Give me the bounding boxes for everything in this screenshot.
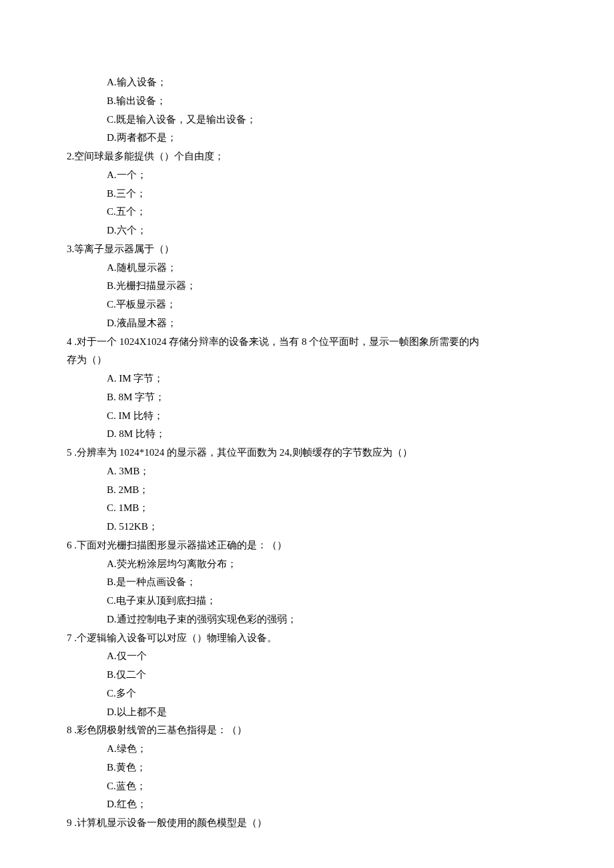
q6-option-b: B.是一种点画设备； bbox=[67, 573, 547, 592]
q3-option-b: B.光栅扫描显示器； bbox=[67, 277, 547, 296]
q1-option-a: A.输入设备； bbox=[67, 73, 547, 92]
q1-option-c: C.既是输入设备，又是输出设备； bbox=[67, 111, 547, 129]
q2-option-c: C.五个； bbox=[67, 203, 547, 222]
q2-option-d: D.六个； bbox=[67, 222, 547, 240]
q2-stem: 2.空间球最多能提供（）个自由度； bbox=[67, 147, 547, 166]
q7-option-d: D.以上都不是 bbox=[67, 703, 547, 722]
q7-option-c: C.多个 bbox=[67, 685, 547, 703]
q8-option-d: D.红色； bbox=[67, 795, 547, 814]
q3-option-c: C.平板显示器； bbox=[67, 296, 547, 314]
q2-option-b: B.三个； bbox=[67, 185, 547, 203]
q3-stem: 3.等离子显示器属于（） bbox=[67, 240, 547, 259]
q8-option-b: B.黄色； bbox=[67, 759, 547, 777]
q7-option-b: B.仅二个 bbox=[67, 666, 547, 685]
q4-stem: 4 .对于一个 1024X1024 存储分辩率的设备来说，当有 8 个位平面时，… bbox=[67, 333, 547, 352]
q6-option-a: A.荧光粉涂层均匀离散分布； bbox=[67, 555, 547, 574]
q3-option-a: A.随机显示器； bbox=[67, 259, 547, 278]
q5-option-b: B. 2MB； bbox=[67, 481, 547, 500]
q4-option-d: D. 8M 比特； bbox=[67, 425, 547, 444]
q7-option-a: A.仅一个 bbox=[67, 647, 547, 666]
q6-stem: 6 .下面对光栅扫描图形显示器描述正确的是：（） bbox=[67, 536, 547, 555]
q8-option-a: A.绿色； bbox=[67, 740, 547, 759]
q5-option-a: A. 3MB； bbox=[67, 462, 547, 481]
q4-stem-cont: 存为（） bbox=[67, 351, 547, 370]
q8-option-c: C.蓝色； bbox=[67, 777, 547, 796]
q1-option-b: B.输出设备； bbox=[67, 92, 547, 111]
q5-stem: 5 .分辨率为 1024*1024 的显示器，其位平面数为 24,则帧缓存的字节… bbox=[67, 444, 547, 462]
q5-option-c: C. 1MB； bbox=[67, 499, 547, 518]
q3-option-d: D.液晶显木器； bbox=[67, 314, 547, 333]
q1-option-d: D.两者都不是； bbox=[67, 129, 547, 147]
q9-stem: 9 .计算机显示设备一般使用的颜色模型是（） bbox=[67, 814, 547, 833]
q5-option-d: D. 512KB； bbox=[67, 518, 547, 536]
q6-option-d: D.通过控制电子束的强弱实现色彩的强弱； bbox=[67, 610, 547, 629]
q4-option-a: A. IM 字节； bbox=[67, 370, 547, 388]
q7-stem: 7 .个逻辑输入设备可以对应（）物理输入设备。 bbox=[67, 629, 547, 648]
q6-option-c: C.电子束从顶到底扫描； bbox=[67, 592, 547, 610]
q2-option-a: A.一个； bbox=[67, 166, 547, 185]
q8-stem: 8 .彩色阴极射线管的三基色指得是：（） bbox=[67, 721, 547, 740]
q4-option-b: B. 8M 字节； bbox=[67, 388, 547, 407]
q4-option-c: C. IM 比特； bbox=[67, 407, 547, 426]
